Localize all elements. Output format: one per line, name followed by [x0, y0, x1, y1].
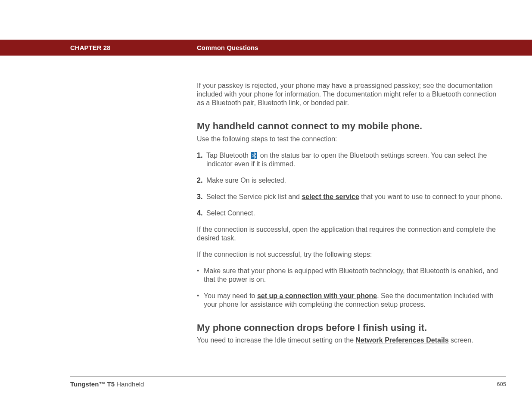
- product-name-rest: Handheld: [115, 380, 144, 388]
- bullet-1: • Make sure that your phone is equipped …: [197, 267, 504, 284]
- fail-paragraph: If the connection is not successful, try…: [197, 250, 504, 259]
- bullet-marker: •: [197, 292, 204, 309]
- bullet-text: Make sure that your phone is equipped wi…: [204, 267, 504, 284]
- bullet-text: You may need to set up a connection with…: [204, 292, 504, 309]
- select-service-link[interactable]: select the service: [302, 193, 359, 200]
- step-3: 3. Select the Service pick list and sele…: [197, 193, 504, 201]
- footer: Tungsten™ T5 Handheld 605: [70, 377, 506, 388]
- intro-paragraph: If your passkey is rejected, your phone …: [197, 81, 504, 107]
- page-number: 605: [497, 381, 506, 387]
- step-text: Make sure On is selected.: [206, 176, 504, 185]
- step-number: 4.: [197, 209, 206, 218]
- step-number: 3.: [197, 193, 206, 201]
- bullet-2: • You may need to set up a connection wi…: [197, 292, 504, 309]
- heading2-paragraph: You need to increase the Idle timeout se…: [197, 336, 504, 345]
- h2-before: You need to increase the Idle timeout se…: [197, 336, 356, 344]
- footer-product: Tungsten™ T5 Handheld: [70, 380, 144, 388]
- step-text: Select Connect.: [206, 209, 504, 218]
- heading1-subtitle: Use the following steps to test the conn…: [197, 135, 504, 143]
- network-preferences-link[interactable]: Network Preferences Details: [356, 336, 449, 344]
- bullet-marker: •: [197, 267, 204, 284]
- step-2: 2. Make sure On is selected.: [197, 176, 504, 185]
- success-paragraph: If the connection is successful, open th…: [197, 225, 504, 243]
- bullet2-before: You may need to: [204, 292, 257, 299]
- content-area: If your passkey is rejected, your phone …: [197, 81, 504, 352]
- step1-before: Tap Bluetooth: [206, 152, 250, 159]
- chapter-label: CHAPTER 28: [70, 44, 110, 51]
- step-text: Select the Service pick list and select …: [206, 193, 504, 201]
- step-text: Tap Bluetooth on the status bar to open …: [206, 151, 504, 168]
- step-number: 1.: [197, 151, 206, 168]
- header-bar: CHAPTER 28 Common Questions: [0, 40, 532, 56]
- chapter-title: Common Questions: [197, 44, 258, 51]
- h2-after: screen.: [449, 336, 473, 344]
- product-name-bold: Tungsten™ T5: [70, 380, 115, 388]
- step-number: 2.: [197, 176, 206, 185]
- setup-connection-link[interactable]: set up a connection with your phone: [257, 292, 377, 299]
- step-4: 4. Select Connect.: [197, 209, 504, 218]
- step-1: 1. Tap Bluetooth on the status bar to op…: [197, 151, 504, 168]
- step3-before: Select the Service pick list and: [206, 193, 302, 200]
- bluetooth-icon: [251, 152, 257, 159]
- heading-connection-drops: My phone connection drops before I finis…: [197, 322, 504, 334]
- heading-cannot-connect: My handheld cannot connect to my mobile …: [197, 120, 504, 132]
- step3-after: that you want to use to connect to your …: [359, 193, 503, 200]
